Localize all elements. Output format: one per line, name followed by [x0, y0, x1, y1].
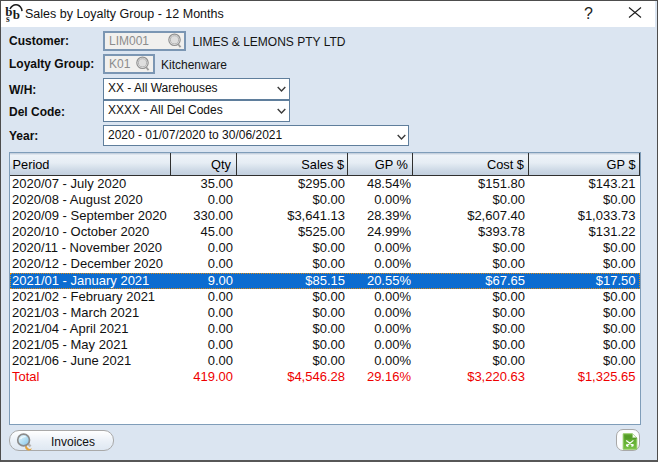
svg-text:s: s [6, 14, 10, 24]
svg-text:b: b [13, 7, 20, 22]
